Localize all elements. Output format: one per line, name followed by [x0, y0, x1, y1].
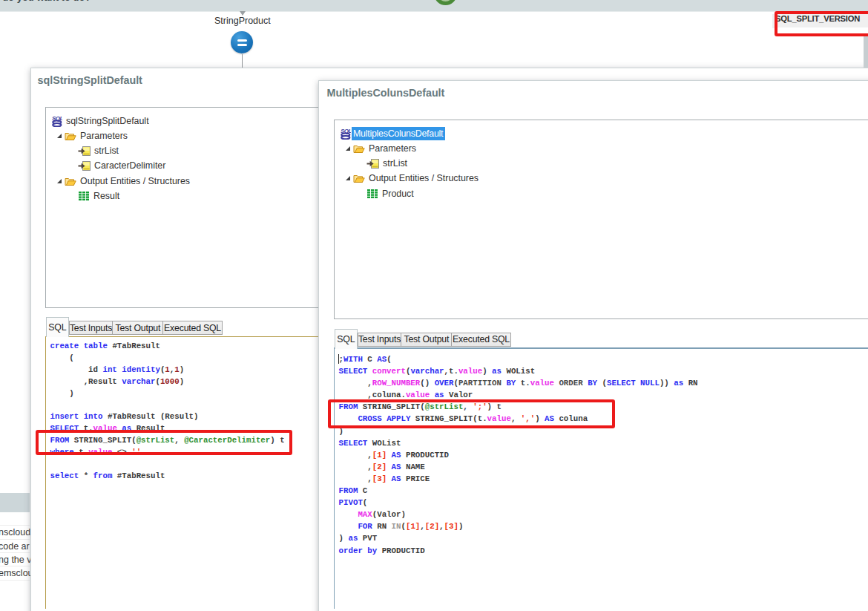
svg-text:SQL: SQL: [341, 128, 351, 134]
svg-text:SQL: SQL: [52, 115, 62, 122]
